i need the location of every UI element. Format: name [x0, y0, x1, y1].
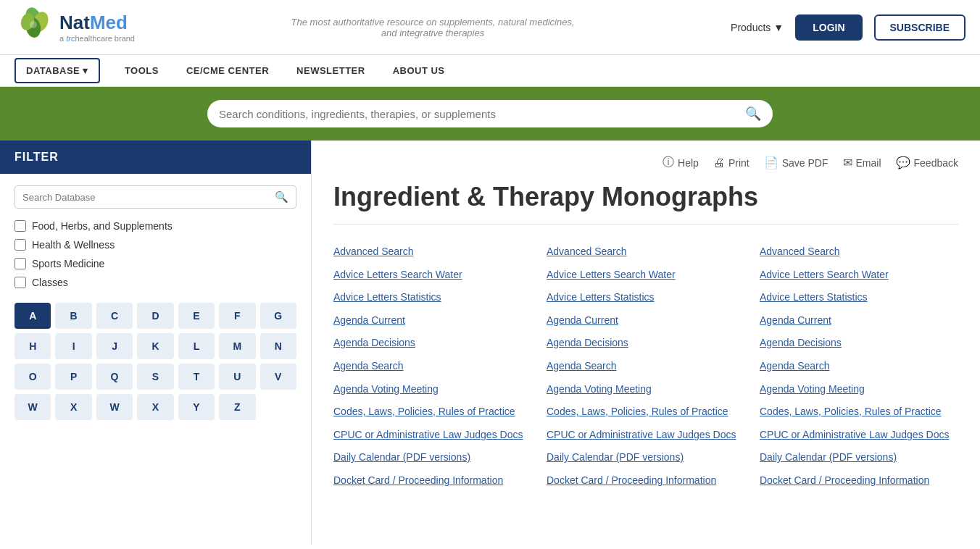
- alpha-btn-m[interactable]: M: [219, 333, 255, 359]
- save-pdf-action[interactable]: 📄 Save PDF: [764, 156, 829, 169]
- alpha-btn-w1[interactable]: W: [14, 394, 51, 420]
- alpha-btn-i[interactable]: I: [55, 333, 91, 359]
- link-codes-laws-3[interactable]: Codes, Laws, Policies, Rules of Practice: [760, 405, 958, 419]
- email-action[interactable]: ✉ Email: [843, 156, 881, 169]
- link-cpuc-2[interactable]: CPUC or Administrative Law Judges Docs: [547, 428, 745, 443]
- link-cpuc-1[interactable]: CPUC or Administrative Law Judges Docs: [333, 428, 532, 443]
- link-daily-calendar-2[interactable]: Daily Calendar (PDF versions): [547, 450, 745, 465]
- link-codes-laws-1[interactable]: Codes, Laws, Policies, Rules of Practice: [333, 405, 532, 419]
- link-agenda-search-1[interactable]: Agenda Search: [333, 359, 532, 374]
- link-daily-calendar-1[interactable]: Daily Calendar (PDF versions): [333, 450, 532, 465]
- action-bar: ⓘ Help 🖨 Print 📄 Save PDF ✉ Email 💬 Feed…: [333, 155, 958, 170]
- link-advice-letters-search-water-1[interactable]: Advice Letters Search Water: [333, 268, 532, 282]
- alpha-btn-n[interactable]: N: [260, 333, 296, 359]
- link-agenda-current-2[interactable]: Agenda Current: [547, 314, 745, 328]
- search-button[interactable]: 🔍: [745, 106, 761, 122]
- alpha-btn-z[interactable]: Z: [219, 394, 255, 420]
- checkbox-classes[interactable]: Classes: [14, 277, 296, 288]
- link-agenda-decisions-3[interactable]: Agenda Decisions: [760, 336, 958, 351]
- checkbox-food-herbs[interactable]: Food, Herbs, and Supplements: [14, 220, 296, 232]
- alpha-btn-f[interactable]: F: [219, 303, 255, 329]
- alpha-btn-u[interactable]: U: [219, 364, 255, 390]
- alpha-btn-p[interactable]: P: [55, 364, 91, 390]
- nav-item-cecme[interactable]: CE/CME CENTER: [183, 55, 272, 86]
- nav-item-newsletter[interactable]: NEWSLETTER: [294, 55, 368, 86]
- checkbox-sports-medicine[interactable]: Sports Medicine: [14, 258, 296, 269]
- link-advice-letters-statistics-2[interactable]: Advice Letters Statistics: [547, 290, 745, 305]
- nav-item-tools[interactable]: TOOLS: [122, 55, 162, 86]
- link-agenda-search-2[interactable]: Agenda Search: [547, 359, 745, 374]
- alpha-btn-o[interactable]: O: [14, 364, 51, 390]
- link-docket-card-2[interactable]: Docket Card / Proceeding Information: [547, 474, 745, 488]
- link-advanced-search-1[interactable]: Advanced Search: [333, 245, 532, 259]
- checkbox-food-herbs-input[interactable]: [14, 220, 26, 232]
- login-button[interactable]: LOGIN: [795, 14, 862, 41]
- link-advanced-search-3[interactable]: Advanced Search: [760, 245, 958, 259]
- alpha-btn-a[interactable]: A: [14, 303, 51, 329]
- alpha-btn-k[interactable]: K: [137, 333, 173, 359]
- checkbox-health-wellness[interactable]: Health & Wellness: [14, 239, 296, 251]
- print-action[interactable]: 🖨 Print: [713, 156, 749, 169]
- link-advanced-search-2[interactable]: Advanced Search: [547, 245, 745, 259]
- chevron-down-icon: ▼: [773, 22, 784, 33]
- alpha-btn-x1[interactable]: X: [55, 394, 91, 420]
- help-action[interactable]: ⓘ Help: [663, 155, 699, 170]
- nav-bar: DATABASE ▾ TOOLS CE/CME CENTER NEWSLETTE…: [0, 55, 980, 87]
- alpha-btn-t[interactable]: T: [178, 364, 215, 390]
- alpha-btn-s[interactable]: S: [137, 364, 173, 390]
- link-codes-laws-2[interactable]: Codes, Laws, Policies, Rules of Practice: [547, 405, 745, 419]
- sidebar-search-input[interactable]: [22, 192, 275, 203]
- help-label: Help: [678, 157, 699, 169]
- link-docket-card-3[interactable]: Docket Card / Proceeding Information: [760, 474, 958, 488]
- link-advice-letters-search-water-2[interactable]: Advice Letters Search Water: [547, 268, 745, 282]
- checkbox-sports-medicine-input[interactable]: [14, 258, 26, 269]
- alpha-btn-w2[interactable]: W: [96, 394, 133, 420]
- logo-icon: [14, 7, 52, 47]
- checkbox-health-wellness-label: Health & Wellness: [32, 239, 115, 251]
- link-cpuc-3[interactable]: CPUC or Administrative Law Judges Docs: [760, 428, 958, 443]
- checkbox-classes-input[interactable]: [14, 277, 26, 288]
- link-agenda-voting-meeting-2[interactable]: Agenda Voting Meeting: [547, 382, 745, 397]
- link-advice-letters-search-water-3[interactable]: Advice Letters Search Water: [760, 268, 958, 282]
- link-agenda-decisions-2[interactable]: Agenda Decisions: [547, 336, 745, 351]
- print-icon: 🖨: [713, 156, 725, 169]
- filter-header: FILTER: [0, 141, 311, 174]
- alpha-btn-b[interactable]: B: [55, 303, 91, 329]
- main-search-input[interactable]: [219, 108, 745, 120]
- link-agenda-search-3[interactable]: Agenda Search: [760, 359, 958, 374]
- feedback-action[interactable]: 💬 Feedback: [896, 156, 958, 169]
- link-daily-calendar-3[interactable]: Daily Calendar (PDF versions): [760, 450, 958, 465]
- link-agenda-current-3[interactable]: Agenda Current: [760, 314, 958, 328]
- alpha-btn-e[interactable]: E: [178, 303, 215, 329]
- alpha-btn-g[interactable]: G: [260, 303, 296, 329]
- alpha-btn-d[interactable]: D: [137, 303, 173, 329]
- checkbox-health-wellness-input[interactable]: [14, 239, 26, 251]
- link-agenda-decisions-1[interactable]: Agenda Decisions: [333, 336, 532, 351]
- alpha-btn-j[interactable]: J: [96, 333, 133, 359]
- alpha-btn-y[interactable]: Y: [178, 394, 215, 420]
- alpha-btn-c[interactable]: C: [96, 303, 133, 329]
- link-agenda-current-1[interactable]: Agenda Current: [333, 314, 532, 328]
- link-docket-card-1[interactable]: Docket Card / Proceeding Information: [333, 474, 532, 488]
- alpha-btn-v[interactable]: V: [260, 364, 296, 390]
- nav-item-database[interactable]: DATABASE ▾: [14, 58, 100, 83]
- subscribe-button[interactable]: SUBSCRIBE: [874, 14, 966, 41]
- alpha-btn-x2[interactable]: X: [137, 394, 173, 420]
- alpha-btn-q[interactable]: Q: [96, 364, 133, 390]
- links-grid: Advanced Search Advice Letters Search Wa…: [333, 239, 958, 488]
- email-icon: ✉: [843, 156, 852, 169]
- link-agenda-voting-meeting-1[interactable]: Agenda Voting Meeting: [333, 382, 532, 397]
- nav-item-aboutus[interactable]: ABOUT US: [390, 55, 448, 86]
- top-bar: NatMed a trchealthcare brand The most au…: [0, 0, 980, 55]
- products-button[interactable]: Products ▼: [731, 22, 784, 33]
- link-advice-letters-statistics-1[interactable]: Advice Letters Statistics: [333, 290, 532, 305]
- checkbox-food-herbs-label: Food, Herbs, and Supplements: [32, 220, 173, 232]
- sidebar-search-icon: 🔍: [275, 190, 288, 204]
- email-label: Email: [856, 157, 881, 169]
- alpha-btn-l[interactable]: L: [178, 333, 215, 359]
- checkbox-classes-label: Classes: [32, 277, 68, 288]
- alpha-btn-h[interactable]: H: [14, 333, 51, 359]
- link-agenda-voting-meeting-3[interactable]: Agenda Voting Meeting: [760, 382, 958, 397]
- svg-point-4: [30, 21, 37, 28]
- link-advice-letters-statistics-3[interactable]: Advice Letters Statistics: [760, 290, 958, 305]
